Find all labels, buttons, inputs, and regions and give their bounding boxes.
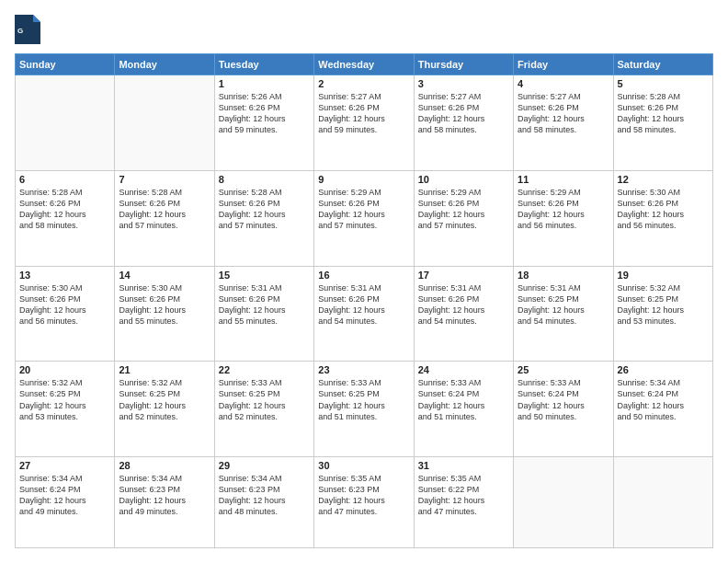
day-number: 13	[19, 270, 110, 281]
day-number: 28	[119, 460, 210, 471]
day-number: 17	[418, 270, 509, 281]
weekday-header-friday: Friday	[514, 54, 613, 75]
day-number: 16	[318, 270, 409, 281]
logo: G	[15, 15, 44, 44]
day-info: Sunrise: 5:31 AM Sunset: 6:26 PM Dayligh…	[318, 282, 409, 327]
calendar-cell: 14Sunrise: 5:30 AM Sunset: 6:26 PM Dayli…	[115, 266, 214, 362]
week-row-5: 27Sunrise: 5:34 AM Sunset: 6:24 PM Dayli…	[16, 457, 713, 548]
day-info: Sunrise: 5:32 AM Sunset: 6:25 PM Dayligh…	[19, 377, 110, 422]
calendar-cell: 1Sunrise: 5:26 AM Sunset: 6:26 PM Daylig…	[214, 75, 313, 171]
day-number: 1	[219, 78, 310, 89]
calendar-cell: 12Sunrise: 5:30 AM Sunset: 6:26 PM Dayli…	[613, 170, 712, 266]
calendar-table: SundayMondayTuesdayWednesdayThursdayFrid…	[15, 53, 713, 548]
calendar-cell: 26Sunrise: 5:34 AM Sunset: 6:24 PM Dayli…	[613, 362, 712, 457]
day-info: Sunrise: 5:32 AM Sunset: 6:25 PM Dayligh…	[119, 377, 210, 422]
day-info: Sunrise: 5:30 AM Sunset: 6:26 PM Dayligh…	[618, 187, 709, 232]
weekday-header-sunday: Sunday	[16, 54, 115, 75]
day-info: Sunrise: 5:32 AM Sunset: 6:25 PM Dayligh…	[618, 282, 709, 327]
day-info: Sunrise: 5:31 AM Sunset: 6:26 PM Dayligh…	[219, 282, 310, 327]
day-number: 9	[318, 174, 409, 185]
day-number: 15	[219, 270, 310, 281]
calendar-cell: 23Sunrise: 5:33 AM Sunset: 6:25 PM Dayli…	[314, 362, 414, 457]
day-number: 5	[618, 78, 709, 89]
day-info: Sunrise: 5:26 AM Sunset: 6:26 PM Dayligh…	[219, 91, 310, 136]
day-number: 3	[418, 78, 509, 89]
calendar-cell: 30Sunrise: 5:35 AM Sunset: 6:23 PM Dayli…	[314, 457, 414, 548]
day-number: 2	[318, 78, 409, 89]
calendar-cell: 22Sunrise: 5:33 AM Sunset: 6:25 PM Dayli…	[214, 362, 313, 457]
day-number: 29	[219, 460, 310, 471]
day-info: Sunrise: 5:35 AM Sunset: 6:23 PM Dayligh…	[318, 473, 409, 518]
header: G	[15, 15, 713, 44]
day-number: 6	[19, 174, 110, 185]
calendar-cell: 17Sunrise: 5:31 AM Sunset: 6:26 PM Dayli…	[414, 266, 513, 362]
calendar-cell: 8Sunrise: 5:28 AM Sunset: 6:26 PM Daylig…	[214, 170, 313, 266]
day-number: 21	[119, 364, 210, 375]
weekday-header-saturday: Saturday	[613, 54, 712, 75]
day-number: 31	[418, 460, 509, 471]
day-info: Sunrise: 5:29 AM Sunset: 6:26 PM Dayligh…	[418, 187, 509, 232]
day-info: Sunrise: 5:31 AM Sunset: 6:25 PM Dayligh…	[518, 282, 609, 327]
day-info: Sunrise: 5:34 AM Sunset: 6:24 PM Dayligh…	[618, 377, 709, 422]
day-info: Sunrise: 5:33 AM Sunset: 6:24 PM Dayligh…	[518, 377, 609, 422]
logo-icon: G	[15, 15, 40, 44]
page: G SundayMondayTuesdayWednesdayThursdayFr…	[0, 0, 728, 563]
weekday-header-wednesday: Wednesday	[314, 54, 414, 75]
svg-marker-1	[33, 15, 40, 22]
day-number: 20	[19, 364, 110, 375]
calendar-cell: 20Sunrise: 5:32 AM Sunset: 6:25 PM Dayli…	[16, 362, 115, 457]
day-number: 14	[119, 270, 210, 281]
calendar-cell: 10Sunrise: 5:29 AM Sunset: 6:26 PM Dayli…	[414, 170, 513, 266]
day-number: 30	[318, 460, 409, 471]
week-row-2: 6Sunrise: 5:28 AM Sunset: 6:26 PM Daylig…	[16, 170, 713, 266]
calendar-cell	[115, 75, 214, 171]
day-number: 11	[518, 174, 609, 185]
calendar-cell: 6Sunrise: 5:28 AM Sunset: 6:26 PM Daylig…	[16, 170, 115, 266]
calendar-cell: 4Sunrise: 5:27 AM Sunset: 6:26 PM Daylig…	[514, 75, 613, 171]
weekday-header-row: SundayMondayTuesdayWednesdayThursdayFrid…	[16, 54, 713, 75]
calendar-cell: 27Sunrise: 5:34 AM Sunset: 6:24 PM Dayli…	[16, 457, 115, 548]
day-number: 25	[518, 364, 609, 375]
day-info: Sunrise: 5:29 AM Sunset: 6:26 PM Dayligh…	[518, 187, 609, 232]
day-number: 23	[318, 364, 409, 375]
day-info: Sunrise: 5:28 AM Sunset: 6:26 PM Dayligh…	[19, 187, 110, 232]
day-info: Sunrise: 5:30 AM Sunset: 6:26 PM Dayligh…	[119, 282, 210, 327]
day-info: Sunrise: 5:34 AM Sunset: 6:24 PM Dayligh…	[19, 473, 110, 518]
calendar-cell: 11Sunrise: 5:29 AM Sunset: 6:26 PM Dayli…	[514, 170, 613, 266]
calendar-cell: 25Sunrise: 5:33 AM Sunset: 6:24 PM Dayli…	[514, 362, 613, 457]
day-info: Sunrise: 5:28 AM Sunset: 6:26 PM Dayligh…	[219, 187, 310, 232]
calendar-cell: 28Sunrise: 5:34 AM Sunset: 6:23 PM Dayli…	[115, 457, 214, 548]
calendar-cell: 13Sunrise: 5:30 AM Sunset: 6:26 PM Dayli…	[16, 266, 115, 362]
day-number: 10	[418, 174, 509, 185]
day-info: Sunrise: 5:28 AM Sunset: 6:26 PM Dayligh…	[119, 187, 210, 232]
week-row-3: 13Sunrise: 5:30 AM Sunset: 6:26 PM Dayli…	[16, 266, 713, 362]
day-number: 19	[618, 270, 709, 281]
week-row-4: 20Sunrise: 5:32 AM Sunset: 6:25 PM Dayli…	[16, 362, 713, 457]
calendar-cell: 2Sunrise: 5:27 AM Sunset: 6:26 PM Daylig…	[314, 75, 414, 171]
day-info: Sunrise: 5:29 AM Sunset: 6:26 PM Dayligh…	[318, 187, 409, 232]
calendar-cell	[16, 75, 115, 171]
day-number: 8	[219, 174, 310, 185]
calendar-cell: 19Sunrise: 5:32 AM Sunset: 6:25 PM Dayli…	[613, 266, 712, 362]
day-number: 7	[119, 174, 210, 185]
day-info: Sunrise: 5:30 AM Sunset: 6:26 PM Dayligh…	[19, 282, 110, 327]
day-number: 18	[518, 270, 609, 281]
calendar-cell: 3Sunrise: 5:27 AM Sunset: 6:26 PM Daylig…	[414, 75, 513, 171]
weekday-header-tuesday: Tuesday	[214, 54, 313, 75]
day-info: Sunrise: 5:28 AM Sunset: 6:26 PM Dayligh…	[618, 91, 709, 136]
week-row-1: 1Sunrise: 5:26 AM Sunset: 6:26 PM Daylig…	[16, 75, 713, 171]
calendar-cell: 9Sunrise: 5:29 AM Sunset: 6:26 PM Daylig…	[314, 170, 414, 266]
day-number: 24	[418, 364, 509, 375]
day-info: Sunrise: 5:34 AM Sunset: 6:23 PM Dayligh…	[119, 473, 210, 518]
calendar-cell	[514, 457, 613, 548]
day-info: Sunrise: 5:33 AM Sunset: 6:24 PM Dayligh…	[418, 377, 509, 422]
calendar-cell	[613, 457, 712, 548]
calendar-cell: 29Sunrise: 5:34 AM Sunset: 6:23 PM Dayli…	[214, 457, 313, 548]
calendar-cell: 15Sunrise: 5:31 AM Sunset: 6:26 PM Dayli…	[214, 266, 313, 362]
calendar-cell: 21Sunrise: 5:32 AM Sunset: 6:25 PM Dayli…	[115, 362, 214, 457]
weekday-header-monday: Monday	[115, 54, 214, 75]
day-info: Sunrise: 5:27 AM Sunset: 6:26 PM Dayligh…	[418, 91, 509, 136]
day-number: 27	[19, 460, 110, 471]
calendar-cell: 31Sunrise: 5:35 AM Sunset: 6:22 PM Dayli…	[414, 457, 513, 548]
svg-text:G: G	[17, 27, 23, 35]
